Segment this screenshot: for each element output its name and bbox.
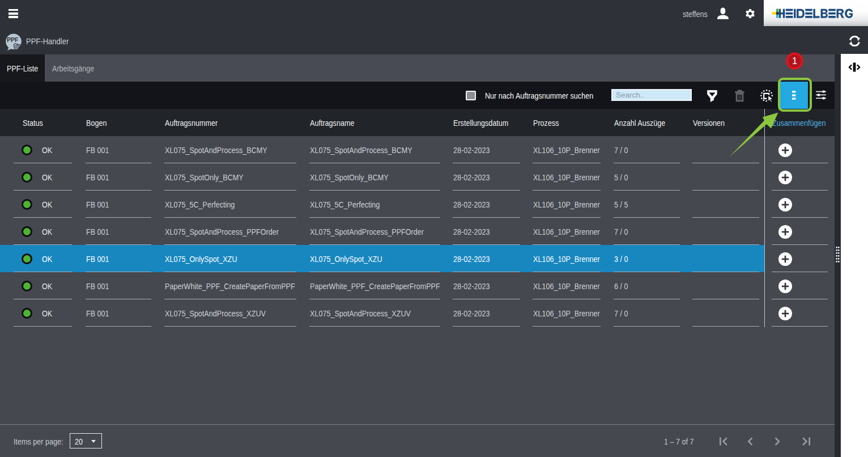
search-input[interactable]	[611, 89, 692, 101]
table-row[interactable]: OKFB 001PaperWhite_PPF_CreatePaperFromPP…	[0, 272, 835, 299]
table-row[interactable]: OKFB 001XL075_SpotOnly_BCMYXL075_SpotOnl…	[0, 163, 835, 191]
status-ok-dot	[22, 172, 32, 183]
delete-icon[interactable]	[735, 90, 744, 102]
page-size-value: 20	[75, 434, 84, 448]
cell-zusammen	[772, 163, 828, 191]
paginator: Items per page: 20 1 – 7 of 7	[0, 424, 835, 457]
cell-erstellungsdatum: 28-02-2023	[453, 299, 520, 327]
cell-bogen: FB 001	[86, 218, 151, 245]
filter-icon[interactable]	[707, 90, 718, 103]
first-page-button[interactable]	[719, 437, 728, 446]
table-row[interactable]: OKFB 001XL075_OnlySpot_XZUXL075_OnlySpot…	[0, 245, 835, 272]
cell-bogen: FB 001	[86, 245, 151, 272]
status-ok-dot	[22, 199, 32, 210]
top-bar: steffens	[0, 0, 868, 27]
table-row[interactable]: OKFB 001XL075_5C_PerfectingXL075_5C_Perf…	[0, 191, 835, 218]
status-label: OK	[42, 136, 54, 163]
cell-auftragsnummer: XL075_SpotAndProcess_XZUV	[164, 299, 296, 327]
column-header-status[interactable]: Status	[23, 109, 47, 136]
cell-auftragsnummer: XL075_SpotOnly_BCMY	[164, 163, 296, 191]
merge-add-button[interactable]	[778, 198, 792, 211]
last-page-button[interactable]	[802, 437, 811, 446]
annotation-badge: 1	[786, 53, 803, 69]
menu-icon[interactable]	[8, 9, 18, 19]
cell-versionen	[692, 272, 759, 299]
table-row[interactable]: OKFB 001XL075_SpotAndProcess_BCMYXL075_S…	[0, 136, 835, 163]
cell-prozess: XL106_10P_Brenner	[533, 218, 601, 245]
cell-status: OK	[14, 218, 72, 245]
cell-auftragsname: XL075_SpotAndProcess_BCMY	[309, 136, 440, 163]
column-header-prozess[interactable]: Prozess	[533, 109, 564, 136]
cell-bogen: FB 001	[86, 191, 151, 218]
cell-prozess: XL106_10P_Brenner	[533, 163, 601, 191]
merge-add-button[interactable]	[778, 252, 792, 266]
merge-add-button[interactable]	[778, 280, 792, 293]
app-bar: PPF PPF-Handler	[0, 27, 868, 54]
cell-status: OK	[14, 191, 72, 218]
cell-status: OK	[14, 299, 72, 327]
items-per-page-label: Items per page:	[14, 425, 73, 457]
column-header-zusammen[interactable]: Zusammenfügen	[772, 109, 836, 136]
merge-add-button[interactable]	[778, 225, 792, 239]
select-area-icon[interactable]	[760, 89, 774, 103]
table-row[interactable]: OKFB 001XL075_SpotAndProcess_PPFOrderXL0…	[0, 218, 835, 245]
cell-bogen: FB 001	[86, 136, 151, 163]
status-ok-dot	[22, 308, 32, 319]
prev-page-button[interactable]	[747, 437, 753, 446]
table-body: OKFB 001XL075_SpotAndProcess_BCMYXL075_S…	[0, 136, 835, 327]
cell-bogen: FB 001	[86, 299, 151, 327]
status-ok-dot	[22, 226, 32, 237]
table-row[interactable]: OKFB 001XL075_SpotAndProcess_XZUVXL075_S…	[0, 299, 835, 327]
gear-icon[interactable]	[744, 8, 756, 19]
cell-auftragsname: XL075_OnlySpot_XZU	[309, 245, 440, 272]
status-ok-dot	[22, 281, 32, 291]
column-header-bogen[interactable]: Bogen	[86, 109, 110, 136]
cell-anzahl: 5 / 0	[614, 163, 680, 191]
cell-versionen	[692, 299, 759, 327]
tune-icon[interactable]	[816, 90, 827, 100]
refresh-icon[interactable]	[849, 35, 861, 47]
cell-versionen	[692, 191, 759, 218]
cell-versionen	[692, 136, 759, 163]
table-header: StatusBogenAuftragsnummerAuftragsnameErs…	[0, 109, 835, 136]
cell-status: OK	[14, 272, 72, 299]
status-label: OK	[42, 163, 54, 191]
status-ok-dot	[22, 253, 32, 264]
cell-auftragsname: PaperWhite_PPF_CreatePaperFromPPF	[309, 272, 440, 299]
cell-auftragsname: XL075_SpotAndProcess_XZUV	[309, 299, 440, 327]
splitter-handle[interactable]	[835, 54, 841, 457]
page-size-select[interactable]: 20	[70, 433, 102, 448]
next-page-button[interactable]	[775, 437, 780, 446]
cell-erstellungsdatum: 28-02-2023	[453, 136, 520, 163]
cell-erstellungsdatum: 28-02-2023	[453, 245, 520, 272]
merge-add-button[interactable]	[778, 143, 792, 157]
tab-arbeitsgaenge[interactable]: Arbeitsgänge	[52, 54, 102, 82]
column-header-versionen[interactable]: Versionen	[693, 109, 731, 136]
cell-zusammen	[772, 136, 828, 163]
code-collapse-icon[interactable]	[848, 62, 861, 73]
column-header-erstellungsdatum[interactable]: Erstellungsdatum	[453, 109, 519, 136]
cell-anzahl: 7 / 0	[614, 299, 680, 327]
column-header-auftragsname[interactable]: Auftragsname	[310, 109, 363, 136]
column-header-auftragsnummer[interactable]: Auftragsnummer	[165, 109, 228, 136]
status-label: OK	[42, 218, 54, 245]
cell-erstellungsdatum: 28-02-2023	[453, 191, 520, 218]
person-icon[interactable]	[717, 7, 729, 20]
cell-auftragsnummer: XL075_SpotAndProcess_PPFOrder	[164, 218, 296, 245]
column-divider	[764, 109, 765, 327]
column-header-anzahl[interactable]: Anzahl Auszüge	[614, 109, 675, 136]
cell-erstellungsdatum: 28-02-2023	[453, 163, 520, 191]
cell-auftragsname: XL075_5C_Perfecting	[309, 191, 440, 218]
range-label: 1 – 7 of 7	[664, 425, 700, 457]
ppf-logo-text: PPF	[7, 36, 19, 43]
order-number-checkbox-label: Nur nach Auftragsnummer suchen	[485, 82, 614, 109]
merge-add-button[interactable]	[778, 307, 792, 320]
order-number-checkbox[interactable]	[466, 91, 476, 101]
toolbar: Nur nach Auftragsnummer suchen	[0, 82, 835, 109]
cell-status: OK	[14, 136, 72, 163]
cell-zusammen	[772, 191, 828, 218]
tab-ppf-liste[interactable]: PPF-Liste	[0, 54, 45, 82]
cell-anzahl: 3 / 0	[614, 245, 680, 272]
merge-add-button[interactable]	[778, 171, 792, 184]
caret-down-icon	[91, 440, 96, 443]
